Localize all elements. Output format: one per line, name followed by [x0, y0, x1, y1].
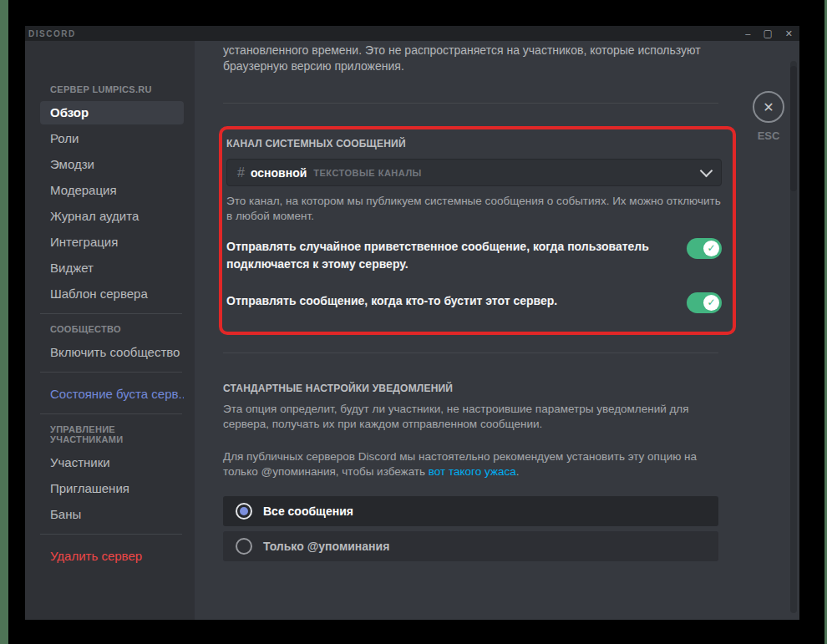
section-divider: [223, 103, 718, 104]
boost-toggle-row: Отправлять сообщение, когда кто-то бусти…: [226, 292, 722, 313]
welcome-toggle-row: Отправлять случайное приветственное сооб…: [226, 238, 722, 273]
sidebar-item-delete-server[interactable]: Удалить сервер: [40, 545, 184, 568]
sidebar-server-header: СЕРВЕР LUMPICS.RU: [40, 84, 184, 94]
selected-channel-name: основной: [251, 166, 307, 180]
sidebar-item-moderation[interactable]: Модерация: [40, 179, 184, 202]
settings-content: установленного времени. Это не распростр…: [195, 41, 799, 620]
system-channel-select[interactable]: # основной ТЕКСТОВЫЕ КАНАЛЫ: [226, 159, 722, 186]
sidebar-divider: [40, 534, 182, 535]
sidebar-item-enable-community[interactable]: Включить сообщество: [40, 341, 184, 364]
check-icon: ✓: [703, 241, 719, 256]
welcome-toggle[interactable]: ✓: [687, 238, 722, 259]
notification-settings-header: СТАНДАРТНЫЕ НАСТРОЙКИ УВЕДОМЛЕНИЙ: [223, 383, 771, 394]
check-icon: ✓: [703, 295, 719, 311]
minimize-icon[interactable]: –: [745, 26, 750, 41]
radio-all-messages[interactable]: Все сообщения: [223, 496, 718, 526]
discord-logo: DISCORD: [25, 29, 76, 38]
highlight-red-box: КАНАЛ СИСТЕМНЫХ СООБЩЕНИЙ # основной ТЕК…: [219, 126, 736, 335]
close-settings: ✕ ESC: [751, 91, 786, 142]
boost-toggle[interactable]: ✓: [687, 292, 722, 313]
scrollbar-thumb[interactable]: [790, 66, 797, 191]
sidebar-item-roles[interactable]: Роли: [40, 127, 184, 150]
system-messages-header: КАНАЛ СИСТЕМНЫХ СООБЩЕНИЙ: [226, 138, 733, 150]
sidebar-divider: [40, 313, 182, 314]
selected-channel-category: ТЕКСТОВЫЕ КАНАЛЫ: [313, 168, 422, 178]
intro-paragraph: установленного времени. Это не распростр…: [223, 43, 718, 74]
sidebar-item-emoji[interactable]: Эмодзи: [40, 153, 184, 176]
sidebar-item-audit-log[interactable]: Журнал аудита: [40, 205, 184, 228]
sidebar-item-invites[interactable]: Приглашения: [40, 477, 184, 500]
title-bar: DISCORD – ▢ ✕: [25, 26, 799, 41]
radio-unselected-icon[interactable]: [236, 538, 252, 555]
scrollbar-track[interactable]: [790, 61, 797, 613]
sidebar-divider: [40, 413, 182, 414]
maximize-icon[interactable]: ▢: [763, 26, 772, 41]
settings-sidebar: СЕРВЕР LUMPICS.RU Обзор Роли Эмодзи Моде…: [25, 41, 195, 620]
discord-window: DISCORD – ▢ ✕ СЕРВЕР LUMPICS.RU Обзор Ро…: [25, 26, 799, 620]
notification-recommendation: Для публичных серверов Discord мы настоя…: [223, 449, 718, 479]
chevron-down-icon: [700, 164, 713, 177]
close-window-icon[interactable]: ✕: [785, 26, 793, 41]
section-divider: [223, 352, 718, 353]
desktop-edge-left: [0, 0, 8, 644]
welcome-toggle-label: Отправлять случайное приветственное сооб…: [226, 238, 682, 273]
horror-example-link[interactable]: вот такого ужаса: [429, 465, 516, 478]
sidebar-community-header: СООБЩЕСТВО: [40, 324, 184, 334]
sidebar-item-members[interactable]: Участники: [40, 451, 184, 474]
sidebar-members-header: УПРАВЛЕНИЕ УЧАСТНИКАМИ: [40, 424, 184, 444]
sidebar-item-bans[interactable]: Баны: [40, 503, 184, 526]
sidebar-item-server-template[interactable]: Шаблон сервера: [40, 282, 184, 306]
sidebar-item-boost-status[interactable]: Состояние буста серв...: [40, 383, 184, 406]
sidebar-divider: [40, 372, 182, 373]
sidebar-item-integration[interactable]: Интеграция: [40, 231, 184, 254]
radio-only-mentions[interactable]: Только @упоминания: [223, 531, 718, 561]
recommendation-text-suffix: .: [516, 465, 520, 478]
notification-settings-description: Эта опция определит, будут ли участники,…: [223, 402, 718, 432]
esc-label: ESC: [751, 129, 786, 142]
system-channel-description: Это канал, на котором мы публикуем систе…: [226, 194, 722, 224]
radio-all-messages-label: Все сообщения: [263, 505, 353, 518]
boost-toggle-label: Отправлять сообщение, когда кто-то бусти…: [226, 292, 682, 313]
sidebar-item-overview[interactable]: Обзор: [40, 101, 184, 124]
radio-selected-icon[interactable]: [236, 503, 252, 520]
sidebar-item-widget[interactable]: Виджет: [40, 256, 184, 280]
close-icon[interactable]: ✕: [753, 91, 784, 123]
window-controls: – ▢ ✕: [745, 26, 799, 41]
radio-only-mentions-label: Только @упоминания: [263, 540, 389, 553]
hash-icon: #: [237, 165, 245, 180]
